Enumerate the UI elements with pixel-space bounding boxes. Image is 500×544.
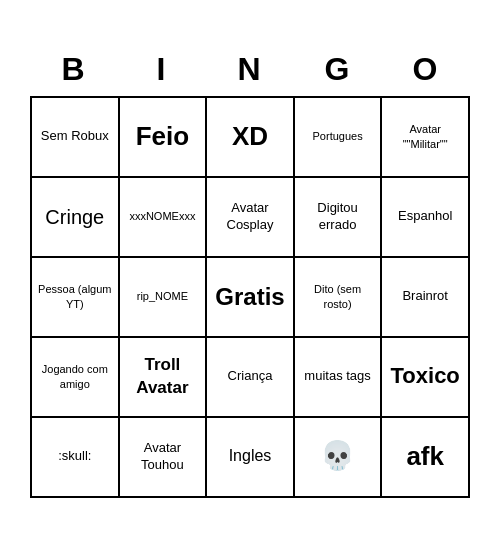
cell-r2-c4: Brainrot xyxy=(382,258,470,338)
cell-r2-c1: rip_NOME xyxy=(120,258,208,338)
cell-r0-c3: Portugues xyxy=(295,98,383,178)
cell-r3-c2: Criança xyxy=(207,338,295,418)
cell-r1-c1: xxxNOMExxx xyxy=(120,178,208,258)
cell-r2-c2: Gratis xyxy=(207,258,295,338)
cell-r1-c4: Espanhol xyxy=(382,178,470,258)
cell-r3-c3: muitas tags xyxy=(295,338,383,418)
header-letter: G xyxy=(294,47,382,92)
cell-r4-c4: afk xyxy=(382,418,470,498)
cell-r0-c0: Sem Robux xyxy=(32,98,120,178)
cell-r1-c3: Digitou errado xyxy=(295,178,383,258)
cell-r0-c2: XD xyxy=(207,98,295,178)
cell-r2-c0: Pessoa (algum YT) xyxy=(32,258,120,338)
cell-r4-c0: :skull: xyxy=(32,418,120,498)
cell-r4-c3: 💀 xyxy=(295,418,383,498)
bingo-header: BINGO xyxy=(30,47,470,92)
bingo-grid: Sem RobuxFeioXDPortuguesAvatar ""Militar… xyxy=(30,96,470,498)
cell-r1-c2: Avatar Cosplay xyxy=(207,178,295,258)
header-letter: O xyxy=(382,47,470,92)
cell-r4-c2: Ingles xyxy=(207,418,295,498)
header-letter: B xyxy=(30,47,118,92)
header-letter: N xyxy=(206,47,294,92)
header-letter: I xyxy=(118,47,206,92)
cell-r0-c4: Avatar ""Militar"" xyxy=(382,98,470,178)
cell-r3-c1: Troll Avatar xyxy=(120,338,208,418)
cell-r0-c1: Feio xyxy=(120,98,208,178)
cell-r2-c3: Dito (sem rosto) xyxy=(295,258,383,338)
cell-r3-c4: Toxico xyxy=(382,338,470,418)
cell-r1-c0: Cringe xyxy=(32,178,120,258)
bingo-card: BINGO Sem RobuxFeioXDPortuguesAvatar ""M… xyxy=(20,37,480,508)
cell-r4-c1: Avatar Touhou xyxy=(120,418,208,498)
cell-r3-c0: Jogando com amigo xyxy=(32,338,120,418)
